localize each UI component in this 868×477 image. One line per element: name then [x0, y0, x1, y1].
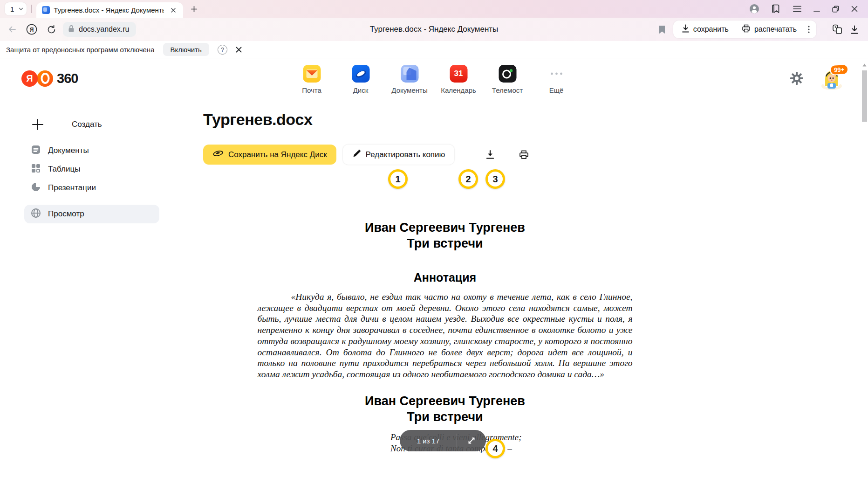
protect-warning-bar: Защита от вредоносных программ отключена…	[0, 41, 868, 58]
download-icon	[682, 24, 690, 35]
url-text: docs.yandex.ru	[79, 25, 130, 34]
app-item-telemost[interactable]: Телемост	[491, 65, 524, 94]
yandex-logo-icon: Я	[21, 70, 38, 87]
avatar-image-icon	[821, 82, 842, 90]
page-actions-card: сохранить распечатать	[673, 21, 816, 38]
app-label: Календарь	[441, 86, 476, 94]
calendar-icon: 31	[450, 65, 467, 83]
pencil-icon	[352, 149, 361, 160]
more-actions-kebab-icon[interactable]	[804, 22, 813, 37]
tab-close-icon[interactable]	[167, 4, 179, 16]
yandex360-header: Я 360 Почта Диск Документы 31 Календар	[0, 58, 868, 98]
menu-hamburger-icon[interactable]	[793, 6, 801, 12]
window-close-icon[interactable]	[851, 6, 858, 12]
doc-heading-annotation: Аннотация	[204, 270, 686, 285]
sidebar-item-view[interactable]: Просмотр	[24, 205, 159, 223]
scrollbar-up-arrow[interactable]	[861, 61, 868, 69]
back-icon[interactable]	[7, 25, 17, 34]
app-label: Диск	[353, 86, 369, 94]
address-bar[interactable]: docs.yandex.ru	[63, 22, 136, 37]
user-avatar[interactable]: 99+	[821, 68, 842, 89]
divider	[824, 23, 824, 35]
app-item-disk[interactable]: Диск	[344, 65, 377, 94]
more-apps-icon	[547, 65, 565, 83]
page-indicator: 1 из 17	[400, 430, 486, 451]
plus-icon	[31, 118, 45, 131]
tab-title: Тургенев.docx - Яндекс Документы	[54, 6, 164, 14]
doc-heading-author: Иван Сергеевич Тургенев	[204, 220, 686, 235]
page-scrollbar[interactable]	[861, 61, 868, 477]
documents-icon	[31, 145, 41, 157]
save-to-disk-button[interactable]: Сохранить на Яндекс Диск	[203, 145, 336, 165]
yandex360-logo[interactable]: Я 360	[21, 70, 78, 87]
window-restore-icon[interactable]	[832, 6, 839, 13]
sidebar-item-tables[interactable]: Таблицы	[0, 160, 156, 179]
app-label: Почта	[302, 86, 321, 94]
sidebar-item-documents[interactable]: Документы	[0, 141, 156, 160]
sidebar-item-presentations[interactable]: Презентации	[0, 179, 156, 197]
tables-icon	[31, 163, 41, 175]
app-switcher: Почта Диск Документы 31 Календарь Телемо…	[295, 65, 573, 94]
document-preview: Иван Сергеевич Тургенев Три встречи Анно…	[204, 220, 686, 454]
disk-icon	[352, 65, 369, 83]
page-indicator-label: 1 из 17	[400, 437, 457, 445]
new-tab-button[interactable]	[188, 3, 200, 15]
browser-tab[interactable]: Тургенев.docx - Яндекс Документы	[36, 2, 183, 18]
annotation-circle-1: 1	[388, 169, 408, 189]
bookmark-icon[interactable]	[658, 25, 666, 34]
print-page-button[interactable]: распечатать	[736, 22, 802, 37]
warning-text: Защита от вредоносных программ отключена	[6, 46, 155, 54]
divider	[31, 5, 32, 13]
sidebar-item-label: Документы	[48, 146, 89, 155]
enable-protection-button[interactable]: Включить	[163, 43, 209, 56]
save-page-button[interactable]: сохранить	[676, 22, 734, 37]
yandex-search-icon[interactable]: Я	[26, 24, 37, 35]
downloads-icon[interactable]	[850, 25, 859, 34]
logo-360-text: 360	[57, 71, 78, 86]
warning-close-icon[interactable]	[236, 47, 242, 53]
window-minimize-icon[interactable]	[813, 6, 820, 12]
app-item-docs[interactable]: Документы	[393, 65, 426, 94]
browser-tab-strip: 1 Тургенев.docx - Яндекс Документы	[0, 0, 868, 18]
app-label: Документы	[391, 86, 427, 94]
mail-icon	[303, 65, 321, 83]
download-document-button[interactable]	[480, 145, 500, 165]
svg-text:Я: Я	[30, 27, 34, 33]
profile-avatar-icon[interactable]	[749, 4, 759, 14]
side-panel-icon[interactable]	[772, 4, 781, 14]
scrollbar-thumb[interactable]	[862, 70, 867, 122]
settings-gear-icon[interactable]	[790, 71, 804, 85]
annotation-circle-2: 2	[458, 169, 478, 189]
chevron-down-icon[interactable]	[18, 6, 24, 12]
printer-icon	[519, 150, 529, 159]
app-item-more[interactable]: Ещё	[540, 65, 573, 94]
tab-counter-value: 1	[5, 5, 18, 13]
app-label: Телемост	[492, 86, 523, 94]
save-page-label: сохранить	[693, 25, 729, 34]
create-button[interactable]: Создать	[0, 116, 161, 133]
printer-icon	[742, 24, 751, 35]
doc-heading-title: Три встречи	[204, 235, 686, 251]
globe-icon	[31, 208, 41, 220]
annotation-circle-3: 3	[485, 169, 505, 189]
fullscreen-expand-icon[interactable]	[457, 436, 486, 445]
annotation-circle-4: 4	[485, 439, 505, 458]
app-item-calendar[interactable]: 31 Календарь	[442, 65, 475, 94]
edit-copy-button[interactable]: Редактировать копию	[343, 145, 455, 165]
print-document-button[interactable]	[514, 145, 533, 165]
doc-heading-author-2: Иван Сергеевич Тургенев	[204, 393, 686, 409]
telemost-icon	[499, 65, 516, 83]
extensions-icon[interactable]	[832, 24, 843, 35]
help-icon[interactable]: ?	[218, 45, 227, 55]
main-content: Тургенев.docx Сохранить на Яндекс Диск Р…	[161, 98, 868, 477]
page-title: Тургенев.docx - Яндекс Документы	[370, 25, 499, 34]
app-item-mail[interactable]: Почта	[295, 65, 328, 94]
refresh-icon[interactable]	[47, 25, 56, 35]
document-favicon-icon	[42, 6, 50, 14]
tab-counter[interactable]: 1	[5, 2, 27, 15]
yandex360-o-icon	[37, 70, 53, 87]
sidebar-item-label: Таблицы	[48, 165, 80, 174]
docs-icon	[401, 65, 418, 83]
document-title: Тургенев.docx	[203, 111, 312, 129]
download-icon	[485, 150, 495, 159]
